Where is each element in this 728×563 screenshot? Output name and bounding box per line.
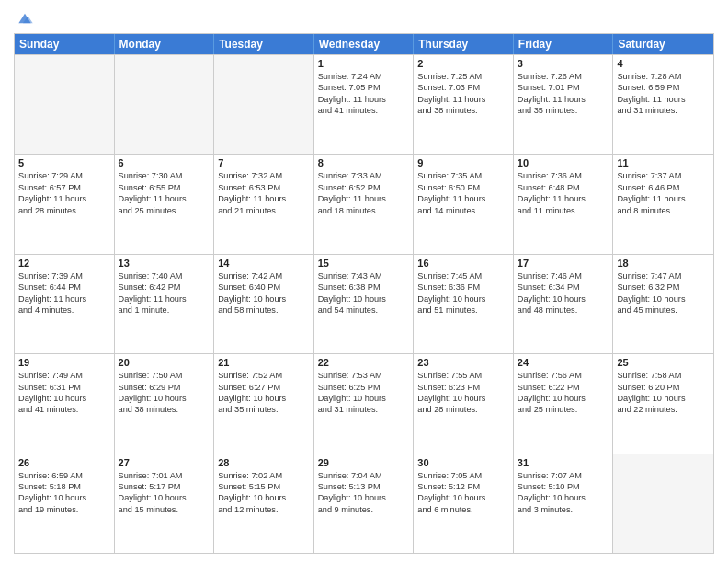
day-number: 22 <box>318 357 410 368</box>
cell-line: Daylight: 10 hours <box>218 293 310 304</box>
cell-line: Sunrise: 7:37 AM <box>617 170 710 181</box>
cell-line: Daylight: 11 hours <box>417 94 509 105</box>
cell-line: Sunrise: 7:30 AM <box>119 170 210 181</box>
cal-cell-day-2: 2Sunrise: 7:25 AMSunset: 7:03 PMDaylight… <box>414 55 514 154</box>
page: SundayMondayTuesdayWednesdayThursdayFrid… <box>0 0 728 563</box>
cell-line: Sunrise: 7:04 AM <box>318 470 410 481</box>
cell-line: Daylight: 11 hours <box>318 94 410 105</box>
cal-cell-day-23: 23Sunrise: 7:55 AMSunset: 6:23 PMDayligh… <box>414 354 514 453</box>
cell-line: Sunrise: 7:02 AM <box>218 470 310 481</box>
cell-line: Sunrise: 7:28 AM <box>617 71 710 82</box>
day-number: 2 <box>417 58 509 69</box>
cell-line: Daylight: 10 hours <box>417 293 509 304</box>
cell-line: Daylight: 11 hours <box>518 193 609 204</box>
cell-line: Sunset: 6:27 PM <box>218 382 310 393</box>
cell-line: Daylight: 11 hours <box>18 193 110 204</box>
cell-line: Sunset: 6:29 PM <box>119 382 210 393</box>
cal-row-4: 26Sunrise: 6:59 AMSunset: 5:18 PMDayligh… <box>15 454 713 553</box>
cal-cell-day-31: 31Sunrise: 7:07 AMSunset: 5:10 PMDayligh… <box>514 454 614 553</box>
cell-line: Sunrise: 7:05 AM <box>417 470 509 481</box>
day-number: 21 <box>218 357 310 368</box>
cell-line: Sunset: 6:50 PM <box>417 182 509 193</box>
day-number: 1 <box>318 58 410 69</box>
calendar-body: 1Sunrise: 7:24 AMSunset: 7:05 PMDaylight… <box>15 54 713 553</box>
cal-cell-day-20: 20Sunrise: 7:50 AMSunset: 6:29 PMDayligh… <box>115 354 215 453</box>
cell-line: and 14 minutes. <box>417 205 509 216</box>
cal-header-tuesday: Tuesday <box>214 34 314 54</box>
cell-line: Sunset: 5:15 PM <box>218 481 310 492</box>
cal-cell-day-22: 22Sunrise: 7:53 AMSunset: 6:25 PMDayligh… <box>314 354 415 453</box>
header <box>14 9 714 28</box>
cell-line: Daylight: 10 hours <box>518 293 609 304</box>
cell-line: and 15 minutes. <box>119 504 210 515</box>
cell-line: Sunset: 6:22 PM <box>518 382 609 393</box>
cell-line: and 28 minutes. <box>417 404 509 415</box>
calendar: SundayMondayTuesdayWednesdayThursdayFrid… <box>14 33 714 554</box>
cal-cell-day-7: 7Sunrise: 7:32 AMSunset: 6:53 PMDaylight… <box>214 155 314 253</box>
cal-row-3: 19Sunrise: 7:49 AMSunset: 6:31 PMDayligh… <box>15 353 713 453</box>
cal-cell-day-30: 30Sunrise: 7:05 AMSunset: 5:12 PMDayligh… <box>414 454 514 553</box>
cell-line: Sunset: 5:18 PM <box>18 481 110 492</box>
cell-line: Daylight: 10 hours <box>617 293 710 304</box>
cell-line: Sunset: 6:53 PM <box>218 182 310 193</box>
cell-line: Daylight: 11 hours <box>218 193 310 204</box>
cal-cell-day-24: 24Sunrise: 7:56 AMSunset: 6:22 PMDayligh… <box>514 354 614 453</box>
cell-line: Daylight: 11 hours <box>518 94 609 105</box>
day-number: 7 <box>218 157 310 168</box>
cell-line: and 25 minutes. <box>518 404 609 415</box>
cell-line: and 38 minutes. <box>119 404 210 415</box>
day-number: 23 <box>417 357 509 368</box>
cal-row-2: 12Sunrise: 7:39 AMSunset: 6:44 PMDayligh… <box>15 254 713 353</box>
cell-line: Sunrise: 7:42 AM <box>218 270 310 282</box>
cell-line: Sunset: 6:38 PM <box>318 282 410 293</box>
day-number: 25 <box>617 357 710 368</box>
cell-line: and 3 minutes. <box>518 504 609 515</box>
cal-cell-day-6: 6Sunrise: 7:30 AMSunset: 6:55 PMDaylight… <box>115 155 215 253</box>
cal-cell-empty <box>214 55 314 154</box>
cell-line: Sunset: 5:13 PM <box>318 481 410 492</box>
cell-line: Sunrise: 7:35 AM <box>417 170 509 181</box>
day-number: 17 <box>518 258 609 269</box>
cal-cell-day-13: 13Sunrise: 7:40 AMSunset: 6:42 PMDayligh… <box>115 255 215 353</box>
cell-line: Daylight: 10 hours <box>417 492 509 503</box>
cell-line: Daylight: 10 hours <box>318 293 410 304</box>
cell-line: and 48 minutes. <box>518 304 609 316</box>
cell-line: and 12 minutes. <box>218 504 310 515</box>
cal-cell-day-14: 14Sunrise: 7:42 AMSunset: 6:40 PMDayligh… <box>214 255 314 353</box>
cell-line: and 38 minutes. <box>417 105 509 116</box>
day-number: 20 <box>119 357 210 368</box>
cell-line: and 35 minutes. <box>518 105 609 116</box>
cal-cell-day-15: 15Sunrise: 7:43 AMSunset: 6:38 PMDayligh… <box>314 255 415 353</box>
cell-line: and 21 minutes. <box>218 205 310 216</box>
cell-line: Sunrise: 6:59 AM <box>18 470 110 481</box>
cell-line: Sunset: 6:52 PM <box>318 182 410 193</box>
cell-line: Sunrise: 7:32 AM <box>218 170 310 181</box>
cell-line: and 1 minute. <box>119 304 210 316</box>
cell-line: Daylight: 10 hours <box>18 492 110 503</box>
cell-line: Sunrise: 7:40 AM <box>119 270 210 282</box>
cell-line: Sunset: 6:32 PM <box>617 282 710 293</box>
cell-line: Sunset: 6:25 PM <box>318 382 410 393</box>
cell-line: Sunrise: 7:33 AM <box>318 170 410 181</box>
day-number: 14 <box>218 258 310 269</box>
cell-line: and 18 minutes. <box>318 205 410 216</box>
day-number: 27 <box>119 457 210 468</box>
cell-line: Sunrise: 7:56 AM <box>518 370 609 381</box>
cal-cell-day-16: 16Sunrise: 7:45 AMSunset: 6:36 PMDayligh… <box>414 255 514 353</box>
cal-cell-day-3: 3Sunrise: 7:26 AMSunset: 7:01 PMDaylight… <box>514 55 614 154</box>
cell-line: and 41 minutes. <box>318 105 410 116</box>
cal-cell-day-26: 26Sunrise: 6:59 AMSunset: 5:18 PMDayligh… <box>15 454 115 553</box>
cal-cell-empty <box>15 55 115 154</box>
cell-line: Sunrise: 7:43 AM <box>318 270 410 282</box>
cell-line: Sunset: 6:34 PM <box>518 282 609 293</box>
day-number: 5 <box>18 157 110 168</box>
cell-line: and 9 minutes. <box>318 504 410 515</box>
cell-line: Sunset: 7:03 PM <box>417 82 509 93</box>
cell-line: Sunset: 6:40 PM <box>218 282 310 293</box>
cell-line: Daylight: 10 hours <box>18 393 110 404</box>
cell-line: Sunset: 6:55 PM <box>119 182 210 193</box>
cal-cell-day-10: 10Sunrise: 7:36 AMSunset: 6:48 PMDayligh… <box>514 155 614 253</box>
cal-row-1: 5Sunrise: 7:29 AMSunset: 6:57 PMDaylight… <box>15 154 713 253</box>
cell-line: Daylight: 10 hours <box>318 393 410 404</box>
cal-header-thursday: Thursday <box>414 34 514 54</box>
